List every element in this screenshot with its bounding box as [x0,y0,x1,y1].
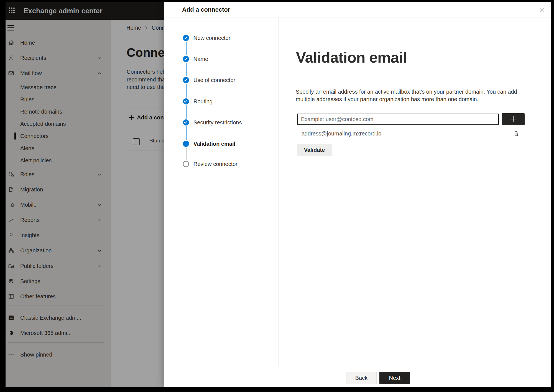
close-button[interactable] [538,5,547,15]
step-circle-current [183,141,189,147]
step-circle-done [183,77,189,83]
address-email: address@journaling.mxrecord.io [302,129,381,139]
delete-address-button[interactable] [513,130,520,137]
step-circle-done [183,98,189,104]
next-button[interactable]: Next [379,372,410,384]
close-icon [539,7,546,13]
address-row: address@journaling.mxrecord.io [297,129,525,139]
dialog-footer-divider [164,366,551,366]
back-button[interactable]: Back [346,372,377,384]
stepper-divider [278,17,279,366]
step-label: Name [193,56,208,62]
step-connector-line [186,126,187,140]
step-circle-done [183,35,189,41]
step-label: Use of connector [193,77,235,83]
step-heading: Validation email [296,49,407,66]
add-connector-dialog: Add a connector New connector Name [164,2,551,387]
validate-button[interactable]: Validate [297,144,332,156]
step-connector-line [186,63,187,76]
address-list-divider [297,141,525,141]
dialog-header-divider [164,17,551,17]
screenshot-frame: Exchange admin center Home Recipients [0,0,554,392]
dialog-title: Add a connector [182,2,230,17]
step-connector-line [186,105,187,119]
step-connector-line [186,148,187,160]
step-label: Review connector [193,161,238,167]
step-circle-upcoming [183,161,189,167]
step-label: Routing [193,98,213,104]
step-label: Security restrictions [193,119,242,125]
validation-email-input[interactable] [297,114,499,125]
step-circle-done [183,56,189,62]
add-email-button[interactable] [502,113,525,125]
step-connector-line [186,84,187,98]
step-label-current: Validation email [193,141,235,147]
plus-icon [509,115,518,124]
step-connector-line [186,42,187,55]
trash-icon [513,130,520,137]
step-description: Specify an email address for an active m… [296,88,517,103]
step-label: New connector [193,35,230,41]
step-circle-done [183,119,189,125]
